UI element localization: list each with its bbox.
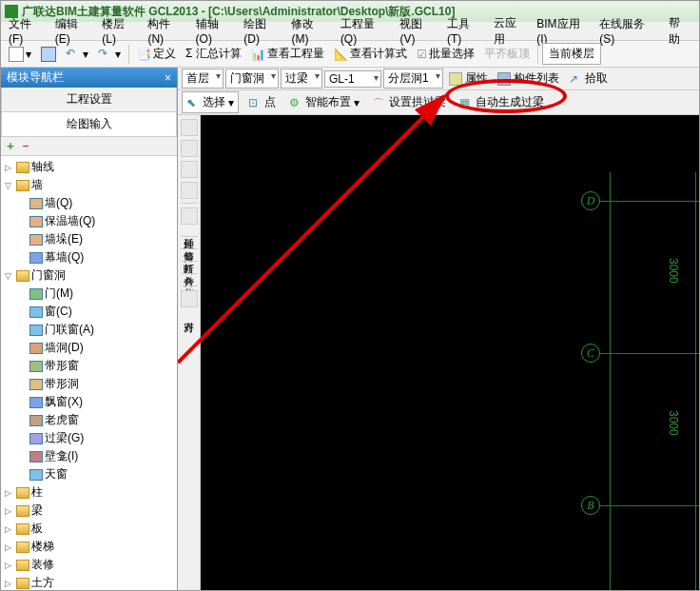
undo-button[interactable]: ↶▾ — [62, 45, 92, 64]
dim-2: 3000 — [667, 410, 680, 436]
menu-component[interactable]: 构件(N) — [144, 14, 189, 48]
dd-type[interactable]: 过梁 — [281, 69, 322, 89]
vt-merge[interactable]: 合并 — [182, 266, 196, 269]
collapse-all-icon[interactable]: － — [20, 138, 31, 154]
sidebar: 模块导航栏 × 工程设置 绘图输入 ＋ － 轴线 墙 墙(Q) 保温墙(Q) 墙… — [1, 68, 178, 590]
dd-floor[interactable]: 首层 — [182, 69, 224, 89]
vt-move-icon[interactable] — [181, 182, 198, 199]
main-area: 首层 门窗洞 过梁 GL-1 分层洞1 属性 构件列表 ↗拾取 ⬉选择 ▾ ⊡点… — [178, 68, 699, 590]
tree-door-window-combo[interactable]: 门联窗(A) — [18, 321, 175, 339]
tree-strip-window[interactable]: 带形窗 — [18, 357, 175, 375]
vt-extend[interactable]: 延伸 — [182, 228, 196, 232]
menu-qty[interactable]: 工程量(Q) — [337, 14, 395, 48]
comp-list-button[interactable]: 构件列表 — [494, 69, 563, 89]
vt-zoom-icon[interactable] — [181, 140, 198, 157]
vt-align[interactable]: 对齐 — [182, 311, 196, 315]
menu-floor[interactable]: 楼层(L) — [98, 14, 142, 48]
sidebar-tools: ＋ － — [1, 137, 177, 156]
tree-lintel[interactable]: 过梁(G) — [18, 429, 175, 447]
menu-tools[interactable]: 工具(T) — [443, 14, 488, 48]
floor-dropdown[interactable]: 当前楼层 — [542, 43, 601, 65]
vertical-toolbar: 延伸 修剪 打断 合并 分割 对齐 — [178, 115, 201, 590]
menu-draw[interactable]: 绘图(D) — [240, 14, 285, 48]
menubar: 文件(F) 编辑(E) 楼层(L) 构件(N) 辅轴(O) 绘图(D) 修改(M… — [1, 22, 699, 41]
tree-decoration[interactable]: 装修 — [5, 556, 175, 574]
tree-beam[interactable]: 梁 — [5, 502, 175, 520]
vt-misc-icon[interactable] — [181, 290, 198, 307]
dd-category[interactable]: 门窗洞 — [225, 69, 279, 89]
dd-item[interactable]: GL-1 — [324, 70, 381, 88]
tree-column[interactable]: 柱 — [5, 483, 175, 502]
vt-mirror-icon[interactable] — [181, 161, 198, 178]
tree-insulation-wall[interactable]: 保温墙(Q) — [18, 212, 175, 230]
select-button[interactable]: ⬉选择 ▾ — [182, 91, 239, 113]
sidebar-close-icon[interactable]: × — [165, 71, 171, 85]
new-button[interactable]: ▾ — [5, 45, 35, 64]
tree-window[interactable]: 窗(C) — [18, 303, 175, 321]
vt-split[interactable]: 分割 — [182, 278, 196, 282]
attr-button[interactable]: 属性 — [445, 69, 492, 89]
smart-layout-button[interactable]: ⚙智能布置 ▾ — [285, 92, 363, 112]
tab-project-settings[interactable]: 工程设置 — [1, 88, 177, 112]
tree-wall-pier[interactable]: 墙垛(E) — [18, 230, 175, 248]
batch-select-button[interactable]: ☑批量选择 — [413, 44, 478, 64]
tab-draw-input[interactable]: 绘图输入 — [1, 112, 177, 137]
arch-lintel-button[interactable]: ⌒设置拱过梁 — [369, 92, 450, 112]
grid-label-c: C — [581, 344, 600, 363]
flat-roof-button[interactable]: 平齐板顶 — [480, 44, 534, 64]
dim-1: 3000 — [667, 258, 680, 284]
tree-axis[interactable]: 轴线 — [5, 158, 175, 176]
auto-lintel-button[interactable]: ▦自动生成过梁 — [456, 92, 548, 112]
menu-aux-axis[interactable]: 辅轴(O) — [192, 14, 239, 48]
define-button[interactable]: 📑定义 — [133, 44, 180, 64]
pick-button[interactable]: ↗拾取 — [565, 69, 612, 89]
redo-button[interactable]: ↷▾ — [94, 45, 125, 64]
menu-edit[interactable]: 编辑(E) — [51, 14, 96, 48]
save-button[interactable] — [37, 45, 60, 64]
dd-layer[interactable]: 分层洞1 — [383, 69, 443, 89]
tree: 轴线 墙 墙(Q) 保温墙(Q) 墙垛(E) 幕墙(Q) 门窗洞 门(M) 窗(… — [1, 156, 177, 590]
tree-door-window[interactable]: 门窗洞 — [5, 266, 175, 285]
sidebar-title: 模块导航栏 × — [1, 68, 177, 88]
tree-wall-q[interactable]: 墙(Q) — [18, 194, 175, 212]
vt-trim[interactable]: 修剪 — [182, 241, 196, 245]
point-button[interactable]: ⊡点 — [244, 92, 280, 112]
tree-wall-opening[interactable]: 墙洞(D) — [18, 339, 175, 357]
tree-strip-opening[interactable]: 带形洞 — [18, 375, 175, 393]
grid-label-d: D — [581, 191, 600, 210]
tree-dormer[interactable]: 老虎窗 — [18, 411, 175, 429]
tree-skylight[interactable]: 天窗 — [18, 465, 175, 483]
tree-stair[interactable]: 楼梯 — [5, 538, 175, 556]
tree-door[interactable]: 门(M) — [18, 285, 175, 303]
menu-online[interactable]: 在线服务(S) — [595, 14, 663, 48]
menu-file[interactable]: 文件(F) — [5, 14, 49, 48]
sidebar-title-label: 模块导航栏 — [7, 69, 64, 86]
menu-help[interactable]: 帮助 — [665, 13, 695, 49]
view-qty-button[interactable]: 📊查看工程量 — [247, 44, 328, 64]
vt-break[interactable]: 打断 — [182, 253, 196, 257]
toolbar: ▾ ↶▾ ↷▾ 📑定义 Σ 汇总计算 📊查看工程量 📐查看计算式 ☑批量选择 平… — [1, 41, 699, 68]
tree-slab[interactable]: 板 — [5, 520, 175, 538]
expand-all-icon[interactable]: ＋ — [5, 138, 16, 154]
tree-wall[interactable]: 墙 — [5, 176, 175, 194]
vt-undo-icon[interactable] — [181, 207, 198, 225]
tree-niche[interactable]: 壁龛(I) — [18, 447, 175, 465]
drawing-canvas[interactable]: D C B 3000 3000 — [201, 115, 699, 590]
tree-curtain-wall[interactable]: 幕墙(Q) — [18, 248, 175, 266]
tree-earthwork[interactable]: 土方 — [5, 574, 175, 590]
menu-view[interactable]: 视图(V) — [396, 14, 440, 48]
dropdown-bar: 首层 门窗洞 过梁 GL-1 分层洞1 属性 构件列表 ↗拾取 — [178, 68, 699, 90]
menu-modify[interactable]: 修改(M) — [287, 14, 334, 48]
action-bar: ⬉选择 ▾ ⊡点 ⚙智能布置 ▾ ⌒设置拱过梁 ▦自动生成过梁 — [178, 90, 699, 115]
tree-bay-window[interactable]: 飘窗(X) — [18, 393, 175, 411]
view-calc-button[interactable]: 📐查看计算式 — [330, 44, 411, 64]
vt-brush-icon[interactable] — [181, 119, 198, 136]
grid-label-b: B — [581, 496, 600, 515]
sum-button[interactable]: Σ 汇总计算 — [182, 44, 245, 64]
